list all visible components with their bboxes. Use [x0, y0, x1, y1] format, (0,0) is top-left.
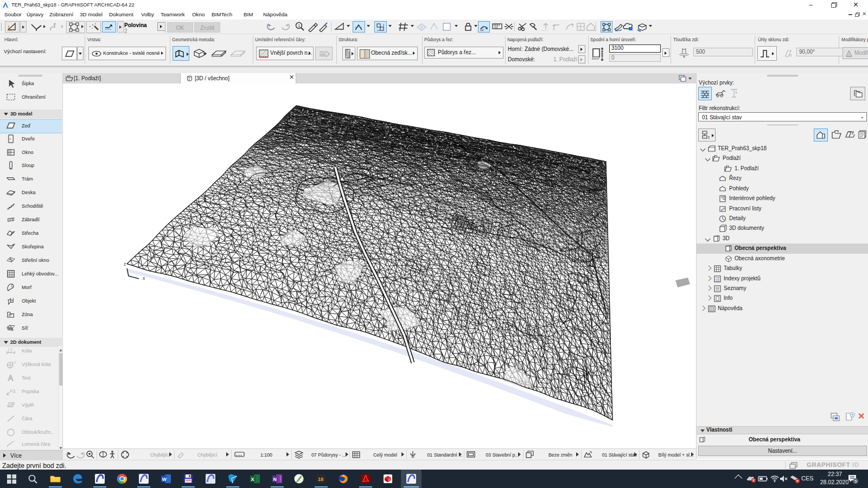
svg-text:W: W [162, 477, 167, 482]
svg-text:X: X [251, 477, 254, 482]
svg-text:N: N [273, 477, 277, 482]
svg-text:18: 18 [318, 477, 323, 482]
svg-text:1.2: 1.2 [8, 348, 12, 351]
svg-text:1.2: 1.2 [11, 361, 16, 364]
svg-text:12: 12 [480, 28, 484, 31]
svg-text:α: α [789, 53, 792, 57]
svg-text:5: 5 [854, 479, 857, 484]
svg-text:12: 12 [494, 25, 498, 29]
svg-text:A1: A1 [10, 388, 16, 394]
svg-text:1: 1 [298, 23, 301, 28]
svg-text:A: A [8, 374, 14, 382]
